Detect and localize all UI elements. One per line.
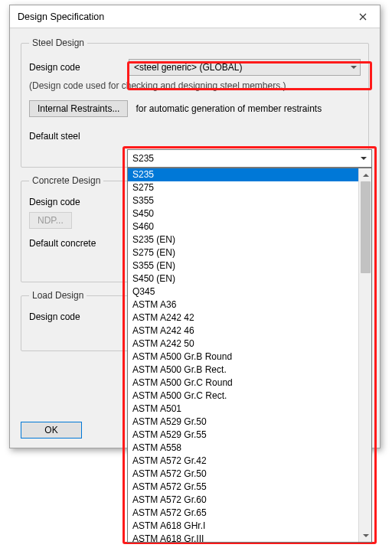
dropdown-option[interactable]: ASTM A500 Gr.C Round [128, 377, 358, 390]
dropdown-option[interactable]: ASTM A558 [128, 442, 358, 455]
internal-restraints-button[interactable]: Internal Restraints... [29, 100, 128, 117]
close-icon [359, 13, 367, 21]
dropdown-option[interactable]: ASTM A242 42 [128, 311, 358, 324]
scroll-down-icon[interactable] [359, 529, 372, 542]
dropdown-option[interactable]: ASTM A242 46 [128, 324, 358, 337]
dropdown-option[interactable]: ASTM A500 Gr.C Rect. [128, 390, 358, 403]
default-steel-dropdown[interactable]: S235S275S355S450S460S235 (EN)S275 (EN)S3… [127, 168, 372, 543]
dropdown-option[interactable]: ASTM A242 50 [128, 337, 358, 350]
dropdown-option[interactable]: ASTM A36 [128, 298, 358, 311]
steel-design-code-combo[interactable]: <steel generic> (GLOBAL) [129, 59, 361, 76]
dropdown-option[interactable]: S355 [128, 194, 358, 207]
dropdown-option[interactable]: ASTM A572 Gr.55 [128, 481, 358, 494]
dropdown-option[interactable]: ASTM A572 Gr.60 [128, 494, 358, 507]
dropdown-option[interactable]: S235 [128, 168, 358, 181]
dropdown-option[interactable]: ASTM A572 Gr.42 [128, 455, 358, 468]
steel-design-group: Steel Design Design code <steel generic>… [21, 37, 369, 168]
scroll-thumb[interactable] [361, 181, 371, 273]
steel-design-code-value: <steel generic> (GLOBAL) [134, 62, 242, 73]
dropdown-option[interactable]: ASTM A500 Gr.B Rect. [128, 364, 358, 377]
default-steel-combo[interactable]: S235 [127, 149, 372, 168]
dropdown-option[interactable]: ASTM A529 Gr.55 [128, 429, 358, 442]
dropdown-option[interactable]: ASTM A572 Gr.50 [128, 468, 358, 481]
dropdown-option[interactable]: S450 [128, 207, 358, 220]
concrete-design-legend: Concrete Design [29, 175, 103, 186]
dropdown-option[interactable]: ASTM A500 Gr.B Round [128, 350, 358, 364]
chevron-down-icon [361, 157, 367, 160]
dropdown-option[interactable]: S450 (EN) [128, 272, 358, 285]
internal-restraints-hint: for automatic generation of member restr… [136, 103, 322, 114]
dropdown-option[interactable]: S355 (EN) [128, 259, 358, 272]
default-steel-value: S235 [132, 153, 154, 164]
dropdown-option[interactable]: Q345 [128, 285, 358, 298]
close-button[interactable] [348, 6, 378, 28]
titlebar[interactable]: Design Specification [10, 5, 380, 28]
concrete-design-code-label: Design code [29, 197, 121, 207]
default-concrete-label: Default concrete [29, 238, 136, 249]
ok-button[interactable]: OK [21, 422, 82, 439]
load-design-legend: Load Design [29, 290, 87, 301]
dropdown-scrollbar[interactable] [358, 168, 371, 542]
dropdown-option[interactable]: ASTM A618 GHr.I [128, 520, 358, 533]
load-design-code-label: Design code [29, 311, 121, 322]
dropdown-option[interactable]: ASTM A618 Gr.III [128, 533, 358, 542]
design-code-label: Design code [29, 62, 121, 73]
steel-design-code-hint: (Design code used for checking and desig… [29, 80, 361, 91]
scroll-up-icon[interactable] [359, 168, 372, 181]
dropdown-option[interactable]: S275 [128, 181, 358, 194]
ndp-button[interactable]: NDP... [29, 212, 72, 229]
dropdown-option[interactable]: ASTM A572 Gr.65 [128, 507, 358, 520]
dropdown-option[interactable]: S235 (EN) [128, 233, 358, 246]
window-title: Design Specification [18, 11, 348, 22]
default-steel-label: Default steel [29, 131, 121, 142]
dropdown-option[interactable]: S275 (EN) [128, 246, 358, 259]
steel-design-legend: Steel Design [29, 37, 87, 48]
dropdown-option[interactable]: ASTM A529 Gr.50 [128, 416, 358, 429]
chevron-down-icon [351, 66, 357, 69]
dropdown-option[interactable]: S460 [128, 220, 358, 233]
dropdown-option[interactable]: ASTM A501 [128, 403, 358, 416]
